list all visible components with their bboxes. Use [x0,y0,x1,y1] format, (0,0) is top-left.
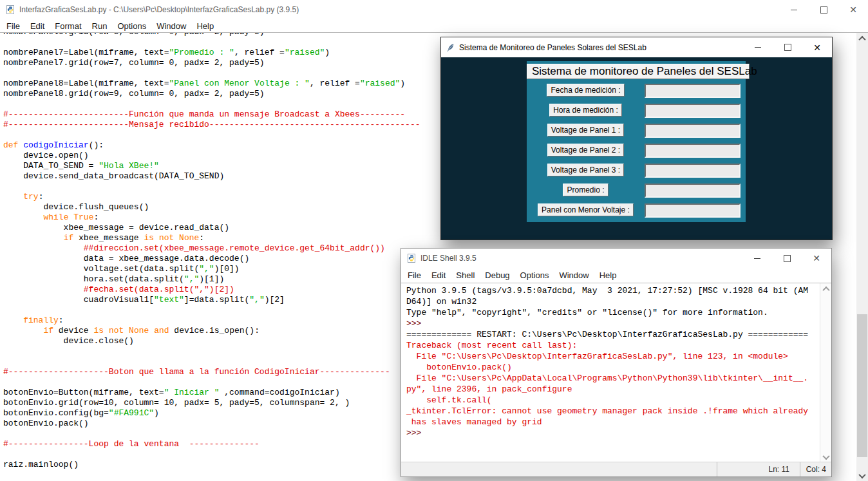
shell-window-controls: ✕ [742,249,831,268]
field-entry[interactable] [645,164,741,178]
shell-line: Type "help", "copyright", "credits" or "… [406,307,831,318]
shell-status-bar: Ln: 11 Col: 4 [401,462,831,476]
scrollbar-up-icon[interactable] [820,283,831,294]
field-label: Voltage de Panel 3 : [547,164,624,176]
field-label-cell: Promedio : [527,184,645,196]
gui-field-row: Panel con Menor Voltaje : [527,203,746,218]
field-entry[interactable] [645,104,741,118]
field-label-cell: Voltage de Panel 3 : [527,164,645,176]
field-entry[interactable] [645,84,741,98]
shell-line: Traceback (most recent call last): [406,340,831,351]
maximize-icon [784,255,791,262]
minimize-icon [754,258,760,259]
gui-body: Sistema de monitoreo de Paneles del SESL… [441,57,832,240]
field-label-cell: Fecha de medición : [527,84,645,97]
shell-menubar: FileEditShellDebugOptionsWindowHelp [401,268,831,283]
shell-menu-edit[interactable]: Edit [426,269,451,281]
shell-menu-shell[interactable]: Shell [451,269,480,281]
field-label: Voltage de Panel 2 : [547,144,624,156]
close-icon: ✕ [849,5,857,14]
editor-menu-help[interactable]: Help [191,20,219,32]
shell-line: botonEnvio.pack() [406,362,831,373]
editor-title: InterfazGraficaSesLab.py - C:\Users\Pc\D… [19,5,299,14]
shell-scrollbar[interactable] [820,283,831,462]
gui-field-row: Voltage de Panel 2 : [527,144,746,158]
shell-menu-debug[interactable]: Debug [480,269,514,281]
minimize-button[interactable] [779,0,809,19]
shell-line: File "C:\Users\Pc\Desktop\InterfazGrafic… [406,351,831,362]
close-button[interactable]: ✕ [838,0,868,19]
shell-maximize-button[interactable] [772,249,802,268]
maximize-icon [784,44,791,51]
editor-menu-window[interactable]: Window [151,20,191,32]
status-line-indicator: Ln: 11 [717,462,800,476]
scrollbar-down-icon[interactable] [820,451,831,462]
maximize-icon [820,6,827,14]
editor-menu-options[interactable]: Options [112,20,151,32]
editor-menu-format[interactable]: Format [50,20,86,32]
gui-minimize-button[interactable] [743,37,773,57]
shell-minimize-button[interactable] [742,249,772,268]
gui-titlebar[interactable]: Sistema de Monitoreo de Paneles Solares … [441,37,832,57]
shell-line: >>> [406,428,831,439]
shell-line: _tkinter.TclError: cannot use geometry m… [406,406,831,417]
shell-window: IDLE Shell 3.9.5 ✕ FileEditShellDebugOpt… [401,248,832,477]
gui-field-row: Hora de medición : [527,104,746,118]
shell-menu-options[interactable]: Options [515,269,554,281]
editor-menu-run[interactable]: Run [87,20,113,32]
field-label: Voltage de Panel 1 : [547,124,624,137]
close-icon: ✕ [813,254,820,263]
shell-close-button[interactable]: ✕ [802,249,831,268]
field-entry[interactable] [645,124,741,138]
field-label: Fecha de medición : [547,84,624,97]
gui-window: Sistema de Monitoreo de Paneles Solares … [440,37,833,240]
field-label: Hora de medición : [549,104,622,117]
shell-title: IDLE Shell 3.9.5 [420,254,476,263]
scrollbar-up-icon[interactable] [856,33,868,44]
editor-menu-edit[interactable]: Edit [25,20,50,32]
field-label-cell: Voltage de Panel 1 : [527,124,645,137]
desktop: { "colors": { "teal_frame": "#1e7b96", "… [0,0,868,481]
editor-scrollbar[interactable] [856,33,868,481]
gui-maximize-button[interactable] [773,37,802,57]
gui-title: Sistema de Monitoreo de Paneles Solares … [459,43,646,52]
shell-line: has slaves managed by grid [406,417,831,428]
gui-window-controls: ✕ [743,37,832,57]
close-icon: ✕ [813,43,821,52]
shell-line: D64)] on win32 [406,296,831,307]
editor-titlebar[interactable]: InterfazGraficaSesLab.py - C:\Users\Pc\D… [0,0,868,19]
shell-titlebar[interactable]: IDLE Shell 3.9.5 ✕ [401,249,831,268]
gui-close-button[interactable]: ✕ [802,37,832,57]
shell-menu-window[interactable]: Window [554,269,594,281]
field-entry[interactable] [645,144,741,158]
shell-menu-help[interactable]: Help [594,269,622,281]
gui-frame: Sistema de monitoreo de Paneles del SESL… [527,61,746,222]
editor-window-controls: ✕ [779,0,868,19]
status-col-indicator: Col: 4 [800,462,831,476]
gui-field-row: Voltage de Panel 1 : [527,124,746,138]
field-label-cell: Voltage de Panel 2 : [527,144,645,156]
shell-menu-file[interactable]: File [402,269,426,281]
shell-line: py", line 2396, in pack_configure [406,384,831,395]
gui-field-row: Promedio : [527,184,746,198]
editor-scrollbar-thumb[interactable] [857,314,867,457]
shell-output: Python 3.9.5 (tags/v3.9.5:0a7dcbd, May 3… [401,283,831,439]
shell-line: ============= RESTART: C:\Users\Pc\Deskt… [406,329,831,340]
field-label-cell: Panel con Menor Voltaje : [527,203,645,216]
python-file-icon [5,5,15,15]
field-entry[interactable] [645,184,741,198]
scrollbar-down-icon[interactable] [856,470,868,481]
maximize-button[interactable] [809,0,838,19]
minimize-icon [755,47,761,48]
minimize-icon [791,10,797,10]
editor-menu-file[interactable]: File [1,20,25,32]
gui-field-row: Voltage de Panel 3 : [527,164,746,178]
field-label-cell: Hora de medición : [527,104,645,117]
field-label: Promedio : [563,184,608,196]
shell-line: self.tk.call( [406,395,831,406]
field-entry[interactable] [645,203,741,218]
shell-text-area[interactable]: Python 3.9.5 (tags/v3.9.5:0a7dcbd, May 3… [401,283,831,462]
shell-line: Python 3.9.5 (tags/v3.9.5:0a7dcbd, May 3… [406,285,831,296]
editor-menubar: FileEditFormatRunOptionsWindowHelp [0,19,868,33]
gui-field-row: Fecha de medición : [527,84,746,98]
